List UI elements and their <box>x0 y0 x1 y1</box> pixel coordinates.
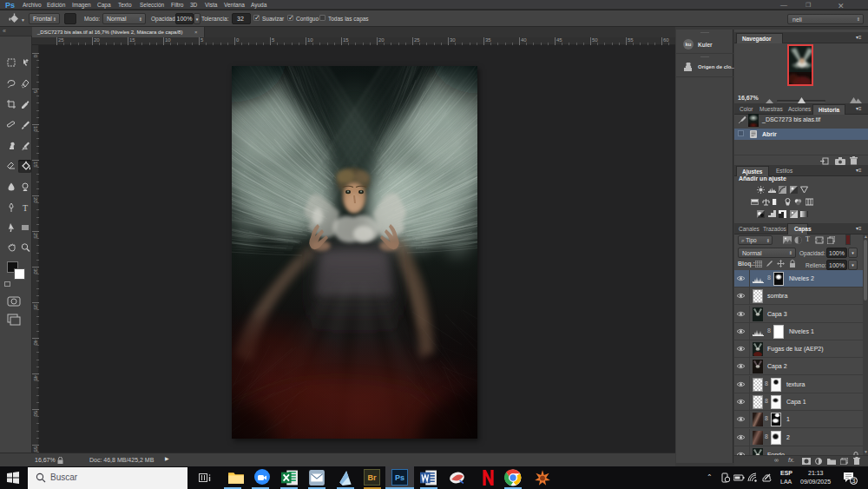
svg-text:T: T <box>22 203 27 213</box>
